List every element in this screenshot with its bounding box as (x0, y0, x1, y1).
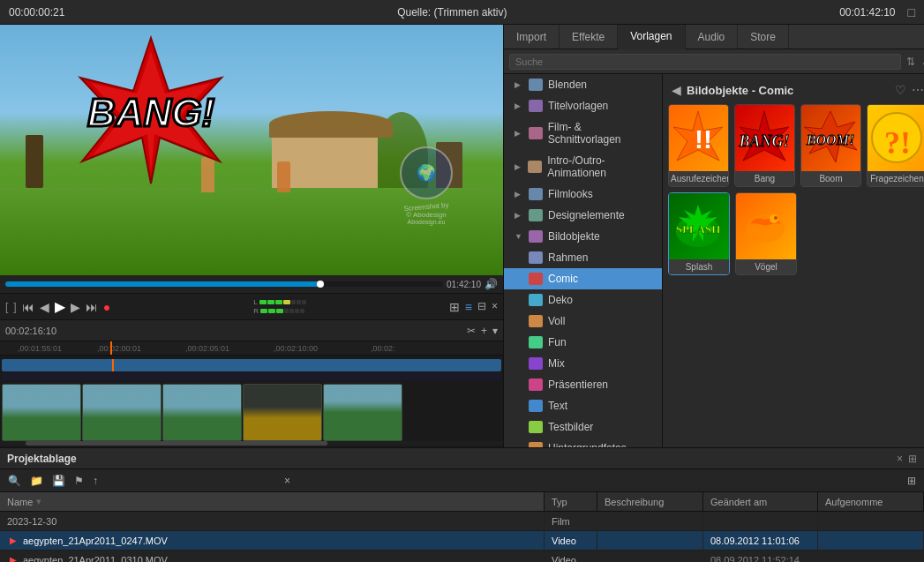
grid-item-boom[interactable]: BOOM! Boom (800, 104, 861, 187)
sidebar-item-hintergrundfotos[interactable]: Hintergrundfotos (504, 438, 662, 447)
timeline-time-label: 00:02:16:10 (5, 326, 56, 336)
deko-icon (529, 294, 543, 306)
next-frame-btn[interactable]: ▶ (71, 300, 80, 314)
track-playhead (112, 359, 114, 371)
table-row-1[interactable]: ▶ aegypten_21Apr2011_0247.MOV Video 08.0… (0, 531, 924, 551)
step-back-btn[interactable]: ⏮ (22, 300, 34, 314)
td-changed-1: 08.09.2012 11:01:06 (703, 531, 818, 550)
thumb-ausrufezeichen: !! (669, 105, 728, 171)
grid-more-icon[interactable]: ⋯ (912, 83, 924, 97)
svg-text:BANG!: BANG! (87, 91, 214, 134)
search-input[interactable] (509, 54, 901, 70)
bracket-out-btn[interactable]: ] (13, 301, 16, 313)
sidebar-item-mix[interactable]: Mix (504, 353, 662, 374)
video-file-icon-2: ▶ (7, 554, 19, 563)
th-aufgenommen[interactable]: Aufgenomme (818, 492, 924, 511)
storyboard-view-btn[interactable]: ⊞ (449, 300, 460, 314)
grid-item-vogel[interactable]: Vögel (735, 192, 797, 275)
bottom-folder-btn[interactable]: 📁 (27, 474, 46, 488)
sort-asc-btn[interactable]: ⇅ (905, 54, 917, 70)
main-video-track[interactable] (2, 359, 501, 371)
grid-item-ausrufezeichen[interactable]: !! Ausrufezeichen (668, 104, 729, 187)
grid-heart-icon[interactable]: ♡ (895, 83, 906, 97)
sidebar-item-filmlooks[interactable]: ▶ Filmlooks (504, 184, 662, 205)
timeline-scrollbar[interactable] (0, 441, 503, 446)
table-row-2[interactable]: ▶ aegypten_21Apr2011_0310.MOV Video 08.0… (0, 551, 924, 562)
sort-desc-btn[interactable]: ⇵ (920, 54, 924, 70)
grid-item-fragezeichen[interactable]: ?! Fragezeichen (867, 104, 924, 187)
thumb-vogel (736, 193, 796, 259)
expand-timeline-btn[interactable]: ⊟ (477, 300, 486, 314)
video-progress-track[interactable] (5, 281, 443, 287)
td-name-1: ▶ aegypten_21Apr2011_0247.MOV (0, 531, 545, 550)
tab-store[interactable]: Store (738, 25, 789, 49)
step-fwd-btn[interactable]: ⏭ (86, 300, 98, 314)
td-type-2: Video (545, 551, 597, 562)
svg-text:BOOM!: BOOM! (806, 132, 854, 147)
sidebar-item-bildobjekte[interactable]: ▼ Bildobjekte (504, 226, 662, 247)
bottom-header-icons: × ⊞ (897, 453, 917, 465)
sidebar-item-comic[interactable]: Comic (504, 268, 662, 289)
td-group-aufge (818, 512, 924, 530)
th-typ[interactable]: Typ (545, 492, 597, 511)
td-aufge-2 (818, 551, 924, 562)
ruler-mark-2: ,00:02:00:01 (97, 344, 141, 353)
sidebar-item-deko[interactable]: Deko (504, 289, 662, 311)
bottom-grid-btn[interactable]: ⊞ (905, 474, 919, 488)
sidebar-item-testbilder[interactable]: Testbilder (504, 416, 662, 438)
sidebar-item-praesentieren[interactable]: Präsentieren (504, 374, 662, 395)
timeline-tool-1[interactable]: ✂ (467, 325, 476, 337)
top-bar-left: 00:00:00:21 (9, 6, 64, 19)
close-timeline-btn[interactable]: × (492, 300, 498, 314)
bottom-up-btn[interactable]: ↑ (90, 474, 101, 488)
video-progress-thumb[interactable] (317, 281, 324, 288)
tab-import[interactable]: Import (504, 25, 560, 49)
chevron-right-icon-5: ▶ (515, 190, 523, 199)
thumb-fragezeichen: ?! (868, 105, 924, 171)
bottom-flag-btn[interactable]: ⚑ (71, 474, 86, 488)
th-geaendert[interactable]: Geändert am (703, 492, 818, 511)
timeline-scrollbar-thumb[interactable] (26, 441, 327, 446)
th-name[interactable]: Name ▾ (0, 492, 545, 511)
track-area[interactable] (0, 356, 503, 447)
bottom-panel-title: Projektablage (7, 453, 77, 465)
bottom-search-btn[interactable]: 🔍 (5, 474, 24, 488)
sidebar-item-intro-outro[interactable]: ▶ Intro-/Outro-Animationen (504, 150, 662, 184)
window-close-icon[interactable]: □ (908, 5, 915, 19)
sidebar-item-designelemente[interactable]: ▶ Designelemente (504, 205, 662, 226)
bottom-close-btn[interactable]: × (284, 475, 290, 487)
prev-frame-btn[interactable]: ◀ (40, 300, 49, 314)
tab-effekte[interactable]: Effekte (560, 25, 618, 49)
record-btn[interactable]: ● (103, 300, 110, 314)
timeline-tool-3[interactable]: ▾ (492, 325, 498, 337)
sidebar-item-blenden[interactable]: ▶ Blenden (504, 74, 662, 95)
grid-title: Bildobjekte - Comic (687, 84, 890, 97)
tab-audio[interactable]: Audio (686, 25, 739, 49)
sidebar-item-film-schnitt[interactable]: ▶ Film- & Schnittvorlagen (504, 116, 662, 150)
thumb-splash: SPLASH (669, 193, 729, 259)
grid-item-bang[interactable]: BANG! Bang (734, 104, 795, 187)
grid-back-btn[interactable]: ◀ (672, 83, 681, 97)
bracket-in-btn[interactable]: [ (5, 301, 8, 313)
bottom-save-btn[interactable]: 💾 (49, 474, 68, 488)
tab-vorlagen[interactable]: Vorlagen (618, 25, 685, 49)
timeline-tool-2[interactable]: + (481, 325, 487, 337)
table-group-row[interactable]: 2023-12-30 Film (0, 512, 924, 531)
sidebar-item-text[interactable]: Text (504, 395, 662, 416)
sidebar-item-titelvorlagen[interactable]: ▶ Titelvorlagen (504, 95, 662, 116)
expand-bottom-btn[interactable]: ⊞ (908, 453, 917, 465)
top-bar-center: Quelle: (Trimmen aktiv) (397, 6, 507, 19)
video-progress-fill (5, 281, 320, 287)
grid-item-splash[interactable]: SPLASH Splash (668, 192, 730, 275)
timeline-view-btn[interactable]: ≡ (465, 300, 472, 314)
audio-track[interactable] (2, 373, 501, 380)
sidebar-item-voll[interactable]: Voll (504, 311, 662, 332)
volume-icon[interactable]: 🔊 (485, 278, 498, 290)
play-pause-btn[interactable]: ▶ (55, 298, 65, 315)
video-progress-bar-area[interactable]: 01:42:10 🔊 (0, 275, 503, 293)
sidebar-item-rahmen[interactable]: Rahmen (504, 247, 662, 268)
close-bottom-btn[interactable]: × (897, 453, 903, 465)
thumbnail-strip (0, 384, 503, 441)
th-beschreibung[interactable]: Beschreibung (597, 492, 703, 511)
sidebar-item-fun[interactable]: Fun (504, 332, 662, 353)
